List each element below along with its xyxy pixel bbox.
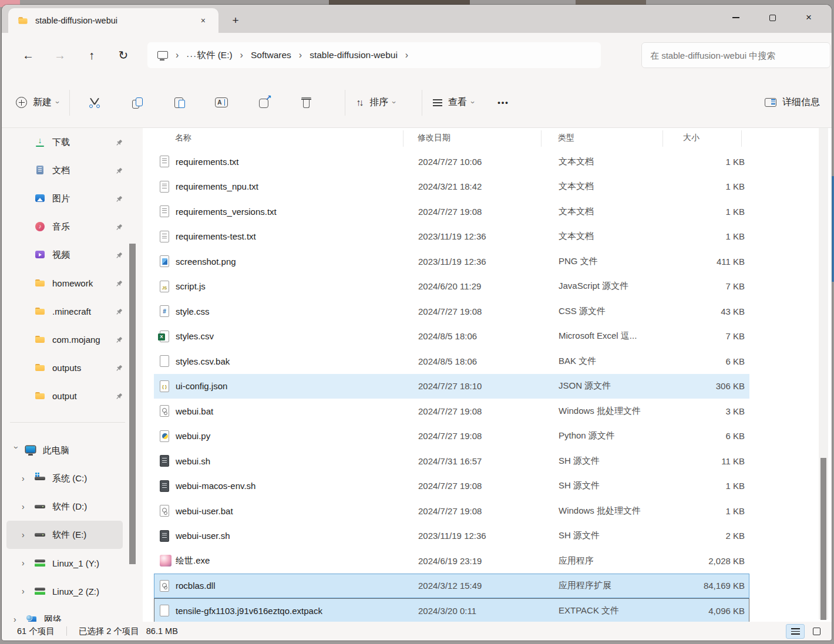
breadcrumb-segment[interactable]: stable-diffusion-webui — [310, 50, 398, 60]
column-header-type[interactable]: 类型 — [552, 133, 674, 143]
breadcrumb-overflow-button[interactable]: ··· — [186, 50, 197, 60]
share-button[interactable] — [250, 89, 278, 117]
file-row[interactable]: screenshot.png2023/11/19 12:36PNG 文件411 … — [154, 249, 749, 274]
new-button[interactable]: 新建 › — [16, 96, 59, 109]
chevron-right-icon[interactable]: › — [22, 558, 35, 568]
chevron-down-icon: › — [53, 101, 62, 103]
sort-button[interactable]: ↑↓ 排序 › — [356, 96, 395, 109]
search-box[interactable] — [641, 42, 830, 68]
file-row[interactable]: webui-user.sh2023/11/19 12:36SH 源文件2 KB — [154, 524, 749, 549]
view-button[interactable]: 查看 › — [433, 96, 474, 109]
chevron-right-icon[interactable]: › — [14, 615, 26, 622]
pin-icon — [115, 336, 123, 343]
file-size: 306 KB — [674, 381, 750, 391]
chevron-right-icon[interactable]: › — [22, 474, 35, 483]
column-divider[interactable] — [541, 130, 542, 147]
sidebar-item-drive[interactable]: ›系统 (C:) — [6, 464, 123, 493]
back-button[interactable]: ← — [17, 44, 39, 66]
minimize-button[interactable] — [718, 5, 754, 31]
large-icons-view-toggle[interactable] — [808, 624, 825, 639]
sidebar-item-图片[interactable]: 图片 — [6, 184, 123, 213]
search-input[interactable] — [642, 50, 830, 60]
sidebar-item-outputs[interactable]: outputs — [6, 353, 123, 382]
file-row[interactable]: requirements_npu.txt2024/3/21 18:42文本文档1… — [154, 174, 749, 200]
file-size: 7 KB — [674, 331, 750, 341]
file-row[interactable]: rocblas.dll2024/3/12 15:49应用程序扩展84,169 K… — [154, 574, 749, 599]
sidebar-item-文档[interactable]: 文档 — [6, 156, 123, 184]
sidebar-item-label: 视频 — [52, 249, 70, 261]
pictures-icon — [35, 193, 45, 204]
cut-button[interactable] — [80, 89, 109, 117]
sidebar-item-drive[interactable]: ›软件 (E:) — [6, 521, 123, 549]
file-size: 6 KB — [674, 431, 750, 441]
file-row[interactable]: script.js2024/6/20 11:29JavaScript 源文件7 … — [154, 274, 749, 299]
delete-button[interactable] — [292, 89, 320, 117]
sidebar-item-output[interactable]: output — [6, 382, 123, 410]
sidebar-item-视频[interactable]: 视频 — [6, 241, 123, 269]
file-row[interactable]: 绘世.exe2024/6/19 23:19应用程序2,028 KB — [154, 548, 749, 574]
close-button[interactable]: × — [791, 5, 827, 31]
maximize-button[interactable] — [754, 5, 791, 31]
file-row[interactable]: styles.csv.bak2024/8/5 18:06BAK 文件6 KB — [154, 349, 749, 374]
chevron-right-icon[interactable]: › — [22, 530, 35, 540]
file-list-scrollbar-thumb[interactable] — [820, 458, 826, 620]
copy-button[interactable] — [123, 89, 151, 117]
details-view-toggle[interactable] — [786, 624, 805, 639]
status-bar: 61 个项目 已选择 2 个项目 86.1 MB — [2, 622, 832, 640]
file-row[interactable]: requirements_versions.txt2024/7/27 19:08… — [154, 199, 749, 224]
details-pane-button[interactable]: 详细信息 — [765, 96, 820, 109]
file-row[interactable]: style.css2024/7/27 19:08CSS 源文件43 KB — [154, 299, 749, 324]
column-divider[interactable] — [403, 130, 403, 147]
file-type: 应用程序扩展 — [553, 580, 674, 591]
chevron-right-icon[interactable]: › — [22, 502, 35, 511]
this-pc-breadcrumb-icon[interactable] — [157, 50, 168, 60]
breadcrumb-segment[interactable]: Softwares — [251, 50, 291, 60]
file-row[interactable]: requirements.txt2024/7/27 10:06文本文档1 KB — [154, 149, 749, 174]
sidebar-item-this-pc[interactable]: ›此电脑 — [6, 436, 123, 464]
column-header-name[interactable]: 名称 — [175, 133, 414, 143]
more-dots-icon: ••• — [497, 98, 509, 107]
folder-icon — [35, 362, 45, 373]
chevron-right-icon[interactable]: › — [22, 586, 35, 596]
file-row[interactable]: styles.csv2024/8/5 18:06Microsoft Excel … — [154, 324, 749, 349]
file-row[interactable]: webui.py2024/7/27 19:08Python 源文件6 KB — [154, 424, 749, 449]
file-row[interactable]: requirements-test.txt2023/11/19 12:36文本文… — [154, 224, 749, 249]
up-button[interactable]: ↑ — [80, 44, 103, 66]
column-header-date[interactable]: 修改日期 — [414, 133, 552, 143]
paste-button[interactable] — [165, 89, 193, 117]
column-divider[interactable] — [663, 130, 663, 147]
explorer-tab[interactable]: stable-diffusion-webui × — [8, 8, 218, 33]
file-name: requirements.txt — [176, 157, 415, 167]
file-row[interactable]: ui-config.json2024/7/27 18:10JSON 源文件306… — [154, 374, 749, 399]
sidebar-item-com.mojang[interactable]: com.mojang — [6, 325, 123, 353]
breadcrumb[interactable]: › ··· 软件 (E:)›Softwares›stable-diffusion… — [147, 42, 601, 68]
sidebar-item-drive[interactable]: ›软件 (D:) — [6, 493, 123, 521]
chevron-down-icon[interactable]: › — [12, 446, 21, 454]
file-row[interactable]: webui.bat2024/7/27 19:08Windows 批处理文件3 K… — [154, 399, 749, 424]
sort-button-label: 排序 — [369, 96, 388, 109]
file-row[interactable]: webui-user.bat2024/7/27 19:08Windows 批处理… — [154, 498, 749, 524]
sidebar-item-.minecraft[interactable]: .minecraft — [6, 297, 123, 325]
sidebar-item-network[interactable]: ›网络 — [6, 605, 123, 622]
file-row[interactable]: webui-macos-env.sh2024/7/27 19:08SH 源文件1… — [154, 474, 749, 499]
documents-icon — [35, 165, 45, 176]
sidebar-item-音乐[interactable]: 音乐 — [6, 213, 123, 241]
new-tab-button[interactable]: + — [226, 11, 246, 31]
forward-button[interactable]: → — [49, 44, 71, 66]
tab-close-icon[interactable]: × — [197, 15, 209, 26]
column-divider[interactable] — [741, 130, 742, 147]
sidebar-item-drive[interactable]: ›Linux_2 (Z:) — [6, 577, 123, 605]
toolbar-divider — [422, 90, 422, 116]
sidebar-item-drive[interactable]: ›Linux_1 (Y:) — [6, 549, 123, 577]
sidebar-scrollbar[interactable] — [129, 244, 136, 564]
sidebar-item-homework[interactable]: homework — [6, 269, 123, 297]
sidebar-item-下载[interactable]: 下载 — [6, 128, 123, 156]
breadcrumb-segment[interactable]: 软件 (E:) — [197, 49, 232, 62]
file-row[interactable]: webui.sh2024/7/31 16:57SH 源文件11 KB — [154, 449, 749, 474]
file-row[interactable]: tensile-gfx1103.j91v616eztqo.extpack2024… — [154, 598, 749, 622]
more-options-button[interactable]: ••• — [489, 89, 517, 117]
chevron-right-icon: › — [240, 50, 243, 60]
refresh-button[interactable]: ↻ — [112, 44, 134, 66]
column-header-size[interactable]: 大小 — [674, 133, 749, 143]
rename-button[interactable] — [207, 89, 236, 117]
